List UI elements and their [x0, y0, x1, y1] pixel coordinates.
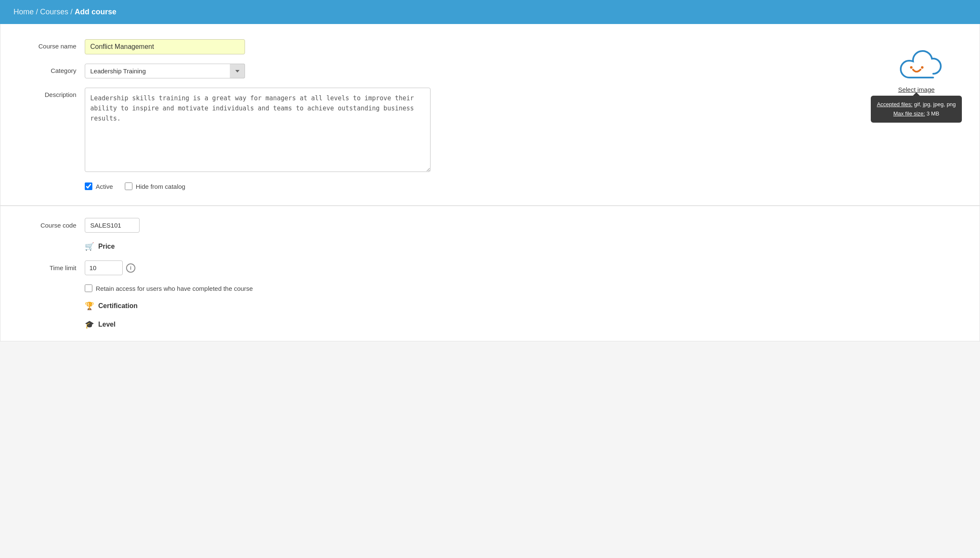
image-area: Select image Accepted files: gif, jpg, j…	[870, 39, 963, 193]
active-label[interactable]: Active	[96, 183, 113, 190]
retain-access-label[interactable]: Retain access for users who have complet…	[96, 285, 253, 292]
course-code-input[interactable]	[85, 218, 140, 233]
course-code-label: Course code	[17, 222, 85, 229]
level-icon: 🎓	[85, 320, 94, 329]
top-section: Course name Category Leadership Training…	[0, 24, 980, 206]
cloud-icon-wrap	[891, 43, 942, 83]
tooltip-max-size: Max file size: 3 MB	[877, 109, 956, 118]
description-textarea[interactable]: Leadership skills training is a great wa…	[85, 88, 431, 172]
breadcrumb-sep2: /	[70, 8, 75, 16]
breadcrumb-sep1: /	[36, 8, 40, 16]
category-label: Category	[17, 64, 85, 74]
price-label: Price	[98, 243, 115, 250]
hide-catalog-label[interactable]: Hide from catalog	[136, 183, 186, 190]
tooltip-max-size-value: 3 MB	[926, 110, 939, 117]
category-select-wrap: Leadership Training Management Sales Tec…	[85, 64, 245, 78]
retain-access-checkbox[interactable]	[85, 284, 92, 292]
level-header: 🎓 Level	[85, 320, 963, 329]
breadcrumb-current: Add course	[75, 8, 116, 16]
bottom-section: Course code 🛒 Price Time limit i Retain …	[0, 206, 980, 341]
course-name-input[interactable]	[85, 39, 245, 54]
hide-catalog-checkbox-item: Hide from catalog	[125, 182, 186, 190]
certification-header: 🏆 Certification	[85, 301, 963, 311]
category-select[interactable]: Leadership Training Management Sales Tec…	[85, 64, 245, 78]
cloud-upload-icon	[891, 43, 942, 81]
course-name-label: Course name	[17, 39, 85, 50]
header: Home / Courses / Add course	[0, 0, 980, 24]
category-row: Category Leadership Training Management …	[17, 64, 853, 78]
breadcrumb-home[interactable]: Home	[13, 8, 34, 16]
tooltip-accepted-value: gif, jpg, jpeg, png	[914, 101, 956, 107]
time-limit-row: Time limit i	[17, 260, 963, 275]
svg-point-1	[921, 66, 923, 69]
time-limit-info-icon[interactable]: i	[126, 263, 135, 273]
description-wrap: Leadership skills training is a great wa…	[85, 88, 853, 173]
time-limit-input[interactable]	[85, 260, 123, 275]
tooltip-accepted-label: Accepted files:	[877, 101, 913, 107]
time-limit-label: Time limit	[17, 264, 85, 271]
cart-icon: 🛒	[85, 242, 94, 251]
level-label: Level	[98, 321, 116, 328]
hide-catalog-checkbox[interactable]	[125, 182, 132, 190]
tooltip-box: Accepted files: gif, jpg, jpeg, png Max …	[871, 96, 961, 123]
form-area: Course name Category Leadership Training…	[17, 39, 853, 193]
active-checkbox-item: Active	[85, 182, 113, 190]
course-name-wrap	[85, 39, 853, 54]
checkboxes-row: Active Hide from catalog	[85, 182, 853, 193]
retain-access-row: Retain access for users who have complet…	[85, 284, 963, 292]
tooltip-max-size-label: Max file size:	[893, 110, 925, 117]
tooltip-accepted: Accepted files: gif, jpg, jpeg, png	[877, 100, 956, 109]
description-row: Description Leadership skills training i…	[17, 88, 853, 173]
active-checkbox[interactable]	[85, 182, 92, 190]
category-wrap: Leadership Training Management Sales Tec…	[85, 64, 853, 78]
certification-label: Certification	[98, 302, 137, 310]
course-name-row: Course name	[17, 39, 853, 54]
main-container: Course name Category Leadership Training…	[0, 24, 980, 341]
description-label: Description	[17, 88, 85, 98]
course-code-row: Course code	[17, 218, 963, 233]
price-header: 🛒 Price	[85, 242, 963, 251]
breadcrumb-courses[interactable]: Courses	[40, 8, 68, 16]
trophy-icon: 🏆	[85, 301, 94, 311]
svg-point-0	[910, 66, 913, 69]
